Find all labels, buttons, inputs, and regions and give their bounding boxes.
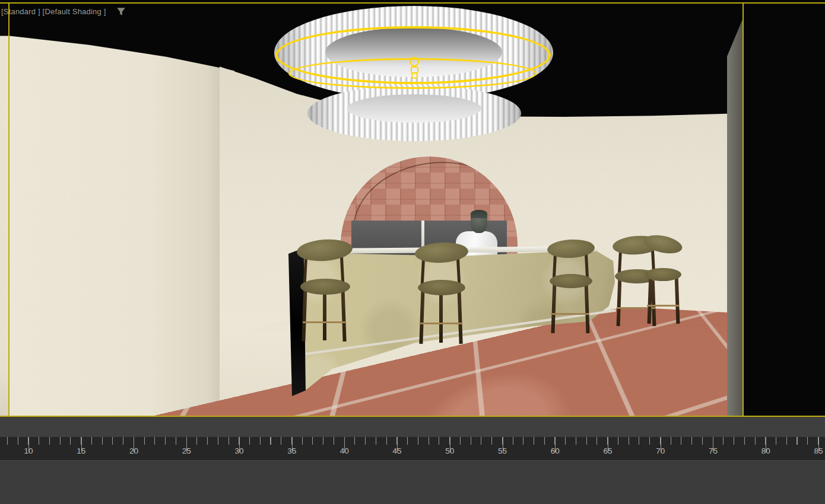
mannequin-hair [471,210,487,218]
ruler-tick-label: 70 [656,446,665,455]
viewport-canvas[interactable]: [Standard ] [Default Shading ] [0,0,825,418]
ruler-tick-label: 55 [498,446,507,455]
ruler-tick-label: 60 [551,446,560,455]
viewport-border-right [742,2,744,417]
ruler-tick-label: 15 [77,446,85,455]
ruler-tick-label: 50 [445,446,454,455]
wall-edge-right [727,17,744,417]
ruler-tick-label: 45 [393,446,402,455]
timeline-ruler[interactable]: 10152025303540455055606570758085 [0,437,825,460]
bar-stool-2[interactable] [411,240,472,346]
status-bar [0,460,825,504]
chandelier-lower-ring-interior [347,94,481,123]
ruler-tick-label: 65 [604,446,613,455]
selection-gizmo-lower [411,72,418,79]
ruler-tick-label: 80 [761,446,770,455]
chandelier[interactable] [273,4,557,141]
ruler-tick-label: 20 [129,446,138,455]
viewport-border-left [8,2,9,417]
viewport-border-top [0,2,825,4]
viewport-label[interactable]: [Standard ] [Default Shading ] [1,7,106,16]
bar-stool-5[interactable] [640,235,687,327]
track-bar[interactable] [0,417,825,438]
adjacent-viewport-strip [0,0,8,417]
ruler-tick-label: 85 [814,446,823,455]
selection-pivot-circle [410,57,419,66]
bar-stool-1[interactable] [292,237,357,344]
filter-funnel-icon[interactable] [116,7,126,17]
ruler-tick-label: 30 [234,446,243,455]
ruler-tick-label: 35 [287,446,296,455]
ruler-tick-label: 10 [24,446,33,455]
ruler-tick-label: 25 [182,446,191,455]
bar-stool-3[interactable] [544,237,598,337]
ruler-tick-label: 75 [709,446,718,455]
ruler-tick-label: 40 [340,446,349,455]
